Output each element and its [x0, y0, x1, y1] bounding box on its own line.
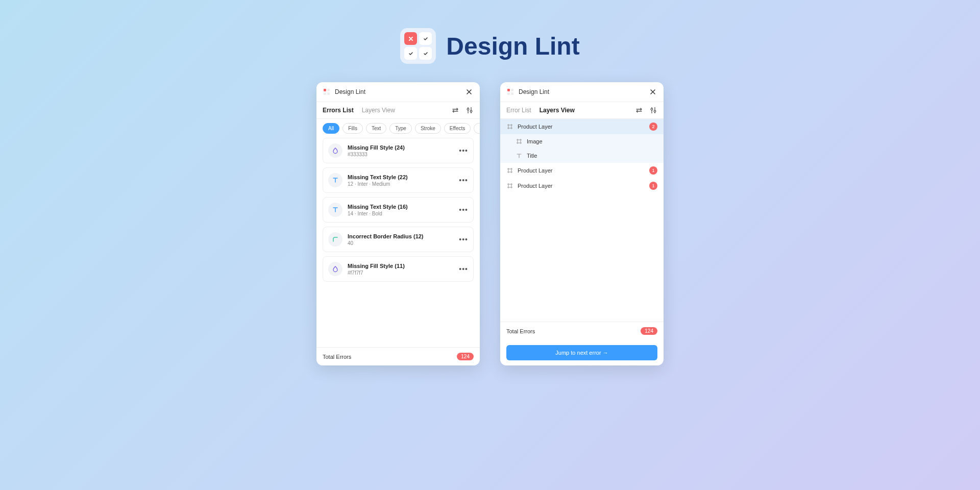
check-icon [423, 36, 428, 41]
layer-name: Product Layer [518, 167, 645, 174]
svg-rect-9 [511, 92, 513, 95]
filter-fills[interactable]: Fills [342, 123, 363, 134]
filter-type[interactable]: Type [389, 123, 412, 134]
error-menu-button[interactable]: ••• [459, 235, 468, 243]
refresh-button[interactable] [635, 106, 643, 114]
error-title: Missing Fill Style (11) [348, 263, 454, 269]
panel-header: Design Lint [500, 82, 664, 102]
layer-error-badge: 1 [649, 166, 657, 175]
svg-rect-3 [327, 92, 330, 95]
logo-tile-check [419, 47, 432, 60]
close-button[interactable] [464, 87, 474, 96]
total-errors-label: Total Errors [506, 328, 641, 334]
error-detail: 12 · Inter · Medium [348, 181, 454, 187]
error-detail: #f7f7f7 [348, 270, 454, 276]
tabs-actions [451, 106, 474, 114]
refresh-icon [451, 106, 459, 114]
layer-row[interactable]: Image [500, 134, 664, 149]
app-logo [400, 28, 436, 64]
refresh-icon [635, 106, 643, 114]
error-detail: 40 [348, 240, 454, 246]
layer-list: Product Layer2ImageTitleProduct Layer1Pr… [500, 119, 664, 322]
error-card[interactable]: Missing Fill Style (24)#333333••• [323, 138, 474, 163]
panel-title: Design Lint [519, 88, 644, 95]
svg-rect-7 [511, 89, 513, 91]
layer-name: Image [527, 138, 657, 144]
error-card[interactable]: Missing Text Style (22)12 · Inter · Medi… [323, 167, 474, 193]
error-title: Missing Text Style (22) [348, 174, 454, 180]
text-icon [516, 152, 523, 159]
error-detail: 14 · Inter · Bold [348, 211, 454, 216]
error-card[interactable]: Missing Fill Style (11)#f7f7f7••• [323, 256, 474, 282]
error-title: Missing Fill Style (24) [348, 144, 454, 151]
tab-layers-view[interactable]: Layers View [540, 107, 575, 114]
svg-point-11 [654, 110, 656, 112]
jump-to-next-error-button[interactable]: Jump to next error → [506, 345, 657, 360]
layer-row[interactable]: Title [500, 149, 664, 163]
footer-bar: Total Errors 124 [500, 322, 664, 340]
close-button[interactable] [648, 87, 657, 96]
logo-tile-check [419, 32, 432, 45]
frame-icon [506, 182, 513, 189]
tab-error-list[interactable]: Error List [506, 107, 531, 114]
layer-row[interactable]: Product Layer2 [500, 119, 664, 134]
layer-name: Title [527, 153, 657, 159]
check-icon [408, 51, 413, 56]
panels-container: Design Lint Errors List Layers View All … [0, 82, 980, 365]
layers-panel: Design Lint Error List Layers View Produ… [500, 82, 664, 365]
logo-tile-error [404, 32, 417, 45]
filter-stroke[interactable]: Stroke [415, 123, 441, 134]
svg-rect-6 [507, 89, 510, 91]
panel-title: Design Lint [335, 88, 460, 95]
check-icon [423, 51, 428, 56]
svg-rect-8 [507, 92, 510, 95]
error-menu-button[interactable]: ••• [459, 265, 468, 273]
layer-row[interactable]: Product Layer1 [500, 163, 664, 178]
error-content: Missing Fill Style (11)#f7f7f7 [348, 263, 454, 276]
error-card[interactable]: Missing Text Style (16)14 · Inter · Bold… [323, 197, 474, 223]
total-errors-count: 124 [641, 327, 657, 335]
error-content: Missing Text Style (16)14 · Inter · Bold [348, 204, 454, 216]
filter-effects[interactable]: Effects [444, 123, 471, 134]
frame-icon [506, 167, 513, 174]
fill-icon [328, 143, 342, 158]
refresh-button[interactable] [451, 106, 459, 114]
app-title: Design Lint [446, 32, 579, 60]
error-card[interactable]: Incorrect Border Radius (12)40••• [323, 227, 474, 252]
settings-button[interactable] [649, 106, 657, 114]
svg-point-5 [470, 110, 472, 112]
error-menu-button[interactable]: ••• [459, 176, 468, 184]
panel-header: Design Lint [316, 82, 480, 102]
filter-all[interactable]: All [323, 123, 339, 134]
text-icon [328, 173, 342, 187]
error-detail: #333333 [348, 152, 454, 157]
radius-icon [328, 232, 342, 247]
error-menu-button[interactable]: ••• [459, 146, 468, 155]
error-title: Missing Text Style (16) [348, 204, 454, 210]
layer-row[interactable]: Product Layer1 [500, 178, 664, 193]
tabs-actions [635, 106, 657, 114]
svg-rect-2 [324, 92, 326, 95]
jump-button-wrap: Jump to next error → [500, 340, 664, 365]
settings-icon [649, 106, 657, 114]
footer-bar: Total Errors 124 [316, 347, 480, 365]
settings-button[interactable] [465, 106, 474, 114]
layer-name: Product Layer [518, 183, 645, 189]
close-icon [465, 88, 473, 95]
error-list: Missing Fill Style (24)#333333•••Missing… [316, 138, 480, 347]
frame-icon [516, 138, 523, 145]
filter-subpixel[interactable]: Sub Pi [474, 123, 480, 134]
error-content: Missing Fill Style (24)#333333 [348, 144, 454, 157]
plugin-icon [323, 88, 331, 96]
tab-errors-list[interactable]: Errors List [323, 107, 354, 114]
svg-point-10 [651, 108, 653, 110]
error-menu-button[interactable]: ••• [459, 206, 468, 214]
frame-icon [506, 123, 513, 130]
layer-error-badge: 2 [649, 122, 657, 131]
plugin-icon [506, 88, 514, 96]
tab-layers-view[interactable]: Layers View [362, 107, 395, 114]
filter-text[interactable]: Text [366, 123, 386, 134]
tabs-row: Error List Layers View [500, 102, 664, 119]
error-title: Incorrect Border Radius (12) [348, 233, 454, 239]
tabs-row: Errors List Layers View [316, 102, 480, 119]
